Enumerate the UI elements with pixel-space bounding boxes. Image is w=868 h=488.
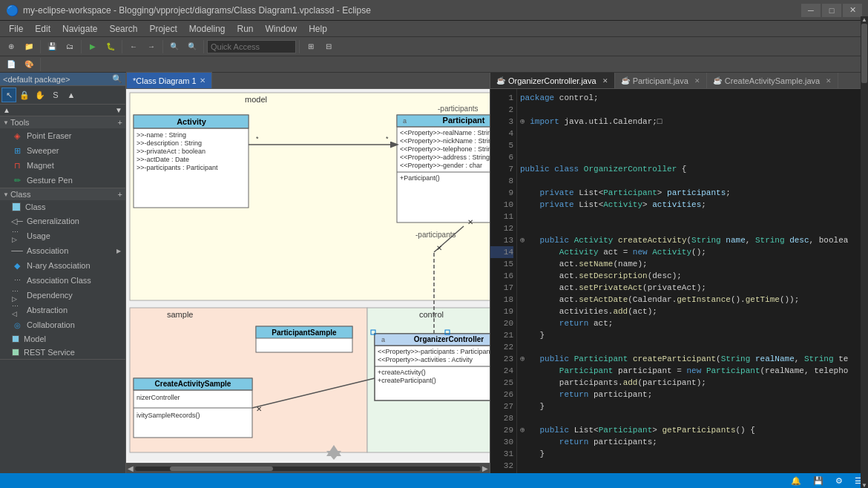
svg-text:model: model — [245, 95, 267, 104]
palette-dependency[interactable]: ⋯▷ Dependency — [0, 288, 125, 303]
menu-help[interactable]: Help — [303, 21, 333, 37]
palette-abstraction[interactable]: ⋯◁ Abstraction — [0, 303, 125, 317]
svg-text:OrganizerController: OrganizerController — [414, 335, 484, 343]
abstraction-icon: ⋯◁ — [12, 305, 22, 315]
scroll-left-button[interactable]: ◀ — [128, 464, 134, 472]
sidebar: <default package> 🔍 ↖ 🔒 ✋ S ▲ ▲ ▼ ▼ Tool… — [0, 73, 126, 473]
toolbar-new[interactable]: ⊕ — [3, 39, 19, 54]
palette-usage[interactable]: ⋯▷ Usage — [0, 228, 125, 243]
palette-tool-buttons: ↖ 🔒 ✋ S ▲ — [0, 86, 125, 105]
package-selector[interactable]: <default package> — [3, 75, 109, 84]
status-icon2: 💾 — [813, 476, 823, 486]
tab-participant-close[interactable]: ✕ — [694, 77, 700, 85]
association-expand: ▶ — [116, 248, 121, 254]
eraser-icon: ◈ — [12, 131, 22, 141]
tab-class-diagram[interactable]: *Class Diagram 1 ✕ — [126, 72, 212, 88]
lock-tool-button[interactable]: 🔒 — [17, 88, 32, 102]
toolbar-perspective[interactable]: ⊞ — [303, 39, 319, 54]
toolbar-forward[interactable]: → — [143, 39, 160, 54]
svg-text:<<Property>>-telephone : Strin: <<Property>>-telephone : String — [400, 145, 490, 153]
palette-point-eraser[interactable]: ◈ Point Eraser — [0, 128, 125, 143]
palette-model[interactable]: Model — [0, 332, 125, 346]
toolbar-save[interactable]: 💾 — [44, 39, 60, 54]
package-search-icon[interactable]: 🔍 — [112, 74, 122, 84]
toolbar-zoom-in[interactable]: 🔍 — [166, 39, 183, 54]
palette-sweeper[interactable]: ⊞ Sweeper — [0, 143, 125, 158]
tab-create-activity-close[interactable]: ✕ — [826, 77, 832, 85]
svg-text:<<Property>>-gender : char: <<Property>>-gender : char — [400, 162, 482, 169]
scroll-up-icon[interactable]: ▲ — [3, 106, 10, 114]
code-editor[interactable]: 1234567 8910111213 14 151617181920 21222… — [490, 89, 868, 473]
hand-tool-button[interactable]: ✋ — [33, 88, 47, 102]
scrollbar-track[interactable] — [135, 466, 481, 471]
right-panel: ☕ OrganizerController.java ✕ ☕ Participa… — [490, 73, 868, 473]
palette-collaboration[interactable]: ◎ Collaboration — [0, 317, 125, 332]
horizontal-scrollbar[interactable]: ◀ ▶ — [126, 463, 490, 473]
palette-association[interactable]: ── Association ▶ — [0, 243, 125, 258]
toolbar-sep2 — [81, 40, 82, 53]
tab-create-activity-label: CreateActivitySample.java — [725, 76, 820, 85]
tab-class-diagram-close[interactable]: ✕ — [200, 76, 206, 85]
scrollbar-thumb[interactable] — [170, 466, 274, 471]
menu-file[interactable]: File — [3, 21, 29, 37]
palette-magnet[interactable]: ⊓ Magnet — [0, 158, 125, 173]
toolbar-debug[interactable]: 🐛 — [102, 39, 119, 54]
toolbar-back[interactable]: ← — [125, 39, 142, 54]
text-tool-button[interactable]: S — [48, 88, 63, 102]
menu-edit[interactable]: Edit — [29, 21, 56, 37]
toolbar-open[interactable]: 📁 — [21, 39, 37, 54]
palette-rest-service[interactable]: REST Service — [0, 346, 125, 359]
menu-project[interactable]: Project — [143, 21, 183, 37]
usage-icon: ⋯▷ — [12, 231, 22, 241]
toolbar-save-all[interactable]: 🗂 — [62, 39, 78, 54]
svg-text:Participant: Participant — [443, 116, 485, 125]
close-button[interactable]: ✕ — [843, 4, 862, 17]
menu-search[interactable]: Search — [103, 21, 143, 37]
class-label: Class — [10, 190, 31, 199]
tab-organizer-controller[interactable]: ☕ OrganizerController.java ✕ — [490, 73, 615, 88]
scroll-right-button[interactable]: ▶ — [482, 464, 488, 472]
palette-association-class[interactable]: ⋯ Association Class — [0, 273, 125, 288]
svg-text:>>-privateAct : boolean: >>-privateAct : boolean — [137, 148, 206, 155]
class-add-icon[interactable]: + — [118, 190, 122, 199]
select-tool-button[interactable]: ↖ — [1, 88, 16, 102]
menu-window[interactable]: Window — [260, 21, 303, 37]
maximize-button[interactable]: □ — [822, 4, 841, 17]
svg-text:ivitySampleRecords(): ivitySampleRecords() — [137, 412, 200, 419]
toolbar-zoom-out[interactable]: 🔍 — [184, 39, 200, 54]
menu-run[interactable]: Run — [231, 21, 260, 37]
menubar: File Edit Navigate Search Project Modeli… — [0, 21, 868, 37]
svg-text:>>-name : String: >>-name : String — [137, 131, 186, 139]
menu-modeling[interactable]: Modeling — [183, 21, 231, 37]
palette-class[interactable]: Class — [0, 200, 125, 214]
palette-generalization[interactable]: ◁─ Generalization — [0, 214, 125, 228]
minimize-button[interactable]: ─ — [801, 4, 821, 17]
sweeper-icon: ⊞ — [12, 145, 22, 156]
tab-organizer-close[interactable]: ✕ — [602, 77, 608, 85]
tools-section-header[interactable]: ▼ Tools + — [0, 116, 125, 128]
toolbar2-new[interactable]: 📄 — [3, 57, 19, 72]
gesture-pen-icon: ✏ — [12, 175, 22, 185]
menu-navigate[interactable]: Navigate — [56, 21, 103, 37]
palette-gesture-pen[interactable]: ✏ Gesture Pen — [0, 173, 125, 188]
tab-create-activity[interactable]: ☕ CreateActivitySample.java ✕ — [707, 73, 838, 88]
status-right: 🔔 💾 ⚙ ☰ — [791, 476, 862, 486]
code-content[interactable]: package control; ⊕ import java.util.Cale… — [517, 89, 868, 473]
status-icon1: 🔔 — [791, 476, 801, 486]
vertical-scrollbar[interactable]: ▲ ▼ — [861, 89, 868, 473]
diagram-canvas[interactable]: model sample control -participants Activ… — [126, 89, 490, 463]
tools-add-icon[interactable]: + — [118, 118, 122, 127]
toolbar-run[interactable]: ▶ — [85, 39, 101, 54]
class-section-header[interactable]: ▼ Class + — [0, 188, 125, 200]
scroll-down-icon[interactable]: ▼ — [115, 106, 122, 114]
assoc-class-icon: ⋯ — [12, 275, 22, 286]
tab-participant[interactable]: ☕ Participant.java ✕ — [615, 73, 707, 88]
svg-text:+createActivity(): +createActivity() — [378, 369, 426, 376]
svg-text:a: a — [403, 117, 407, 125]
svg-text:>>-participants : Participant: >>-participants : Participant — [137, 164, 218, 171]
toolbar-views[interactable]: ⊟ — [320, 39, 337, 54]
quick-access-input[interactable] — [207, 40, 296, 53]
toolbar2-palette[interactable]: 🎨 — [21, 57, 37, 72]
up-tool-button[interactable]: ▲ — [64, 88, 79, 102]
palette-n-ary-association[interactable]: ◆ N-ary Association — [0, 258, 125, 273]
